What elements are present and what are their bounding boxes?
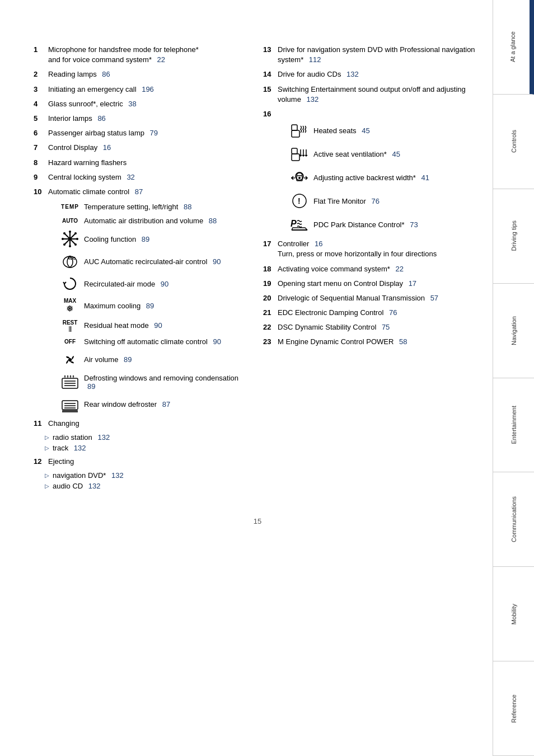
sidebar-label: Driving tips [510, 216, 517, 255]
list-item-20: 20 Drivelogic of Sequential Manual Trans… [263, 293, 476, 303]
heated-seat-icon [285, 121, 313, 139]
svg-point-7 [76, 238, 78, 240]
rest-text: Residual heat mode 90 [84, 321, 246, 330]
sidebar: At a glance Controls Driving tips Naviga… [493, 0, 534, 756]
item-text: Controller 16 Turn, press or move horizo… [278, 239, 476, 259]
pdc-text: PDC Park Distance Control* 73 [313, 220, 476, 229]
item-number: 10 [34, 187, 45, 197]
climate-rest-row: REST ||| Residual heat mode 90 [56, 320, 246, 332]
rear-defroster-icon [56, 396, 84, 413]
svg-point-10 [63, 243, 65, 246]
item-text: Interior lamps 86 [48, 114, 246, 124]
sidebar-item-controls[interactable]: Controls [493, 95, 534, 189]
item-number: 14 [263, 69, 274, 79]
page-ref: 86 [102, 70, 110, 78]
active-backrest-row: Adjusting active backrest width* 41 [285, 168, 476, 186]
item-number: 7 [34, 143, 45, 153]
item-number: 9 [34, 172, 45, 182]
arrow-icon: ▷ [45, 445, 49, 451]
item-number: 5 [34, 114, 45, 124]
sub-item-text: audio CD 132 [53, 482, 101, 490]
list-item-19: 19 Opening start menu on Control Display… [263, 279, 476, 289]
svg-point-4 [69, 231, 71, 233]
svg-point-9 [74, 232, 77, 234]
sidebar-item-at-a-glance[interactable]: At a glance [493, 0, 534, 95]
item-text: Control Display 16 [48, 143, 246, 153]
off-icon: OFF [56, 339, 84, 345]
climate-rear-defroster-row: Rear window defroster 87 [56, 396, 246, 413]
climate-temp-text: Temperature setting, left/right 88 [84, 203, 246, 211]
sub-item-nav-dvd: ▷ navigation DVD* 132 [45, 471, 246, 480]
defrost-icon [56, 374, 84, 391]
list-item-18: 18 Activating voice command system* 22 [263, 264, 476, 274]
asterisk: * [149, 55, 152, 64]
climate-cooling-row: Cooling function 89 [56, 231, 246, 247]
climate-recirc-row: Recirculated-air mode 90 [56, 275, 246, 292]
pdc-icon: P [285, 215, 313, 233]
sub-item-audio-cd: ▷ audio CD 132 [45, 482, 246, 490]
sidebar-item-reference[interactable]: Reference [493, 661, 534, 756]
svg-rect-26 [292, 130, 299, 137]
list-item-8: 8 Hazard warning flashers [34, 158, 246, 168]
list-item-12: 12 Ejecting [34, 457, 246, 467]
list-item-2: 2 Reading lamps 86 [34, 69, 246, 79]
item-number: 19 [263, 279, 274, 289]
flat-tire-text: Flat Tire Monitor 76 [313, 197, 476, 205]
sidebar-item-driving-tips[interactable]: Driving tips [493, 189, 534, 284]
sub-list-11: ▷ radio station 132 ▷ track 132 [45, 433, 246, 452]
temp-icon: TEMP [56, 204, 84, 210]
page-ref: 22 [157, 55, 165, 64]
climate-auto-text: Automatic air distribution and volume 88 [84, 217, 246, 225]
svg-point-15 [68, 358, 72, 361]
item-text: Ejecting [48, 457, 246, 467]
sidebar-label: Mobility [510, 599, 517, 629]
pdc-row: P PDC Park Distance Contro [285, 215, 476, 233]
auc-text: AUC Automatic recirculated-air control 9… [84, 257, 246, 266]
climate-off-row: OFF Switching off automatic climate cont… [56, 337, 246, 346]
item-text: Opening start menu on Control Display 17 [278, 279, 476, 289]
page-ref: 32 [127, 173, 134, 181]
item-number: 8 [34, 158, 45, 168]
list-item-16: 16 [263, 109, 476, 119]
rest-icon: REST ||| [56, 320, 84, 332]
item-number: 18 [263, 264, 274, 274]
flat-tire-row: ! Flat Tire Monitor 76 [285, 192, 476, 210]
sidebar-item-entertainment[interactable]: Entertainment [493, 378, 534, 473]
seat-ventilation-row: Active seat ventilation* 45 [285, 145, 476, 163]
item-number: 17 [263, 239, 274, 259]
item-text: Drive for audio CDs 132 [278, 69, 476, 79]
heated-seats-text: Heated seats 45 [313, 126, 476, 135]
item-number: 6 [34, 128, 45, 138]
defrost-text: Defrosting windows and removing condensa… [84, 374, 246, 391]
sidebar-label: Reference [510, 690, 517, 727]
item-text: Microphone for handsfree mode for teleph… [48, 45, 246, 65]
climate-auto-row: AUTO Automatic air distribution and volu… [56, 217, 246, 225]
item-text: Activating voice command system* 22 [278, 264, 476, 274]
heated-seats-row: Heated seats 45 [285, 121, 476, 139]
sidebar-item-navigation[interactable]: Navigation [493, 284, 534, 378]
list-item-21: 21 EDC Electronic Damping Control 76 [263, 308, 476, 318]
item-number: 4 [34, 99, 45, 109]
sidebar-label: At a glance [509, 27, 516, 67]
list-item-3: 3 Initiating an emergency call 196 [34, 84, 246, 95]
sidebar-item-communications[interactable]: Communications [493, 472, 534, 567]
list-item-15: 15 Switching Entertainment sound output … [263, 84, 476, 105]
sub-item-text: navigation DVD* 132 [53, 471, 124, 480]
sidebar-item-mobility[interactable]: Mobility [493, 567, 534, 661]
svg-point-32 [298, 177, 301, 179]
climate-auc-row: AUC AUC Automatic recirculated-air contr… [56, 253, 246, 270]
svg-text:AUC: AUC [67, 256, 76, 260]
list-item-4: 4 Glass sunroof*, electric 38 [34, 99, 246, 109]
item-text: M Engine Dynamic Control POWER 58 [278, 337, 476, 347]
arrow-icon: ▷ [45, 434, 49, 440]
recirculate-icon [56, 275, 84, 292]
item-text: Automatic climate control 87 [48, 187, 246, 197]
list-item-13: 13 Drive for navigation system DVD with … [263, 45, 476, 65]
item-text: Glass sunroof*, electric 38 [48, 99, 246, 109]
sub-item-text: radio station 132 [53, 433, 110, 442]
item-number: 13 [263, 45, 274, 65]
svg-rect-27 [292, 125, 297, 130]
list-item-11: 11 Changing [34, 419, 246, 429]
climate-airvolume-row: Air volume 89 [56, 351, 246, 368]
item-text: DSC Dynamic Stability Control 75 [278, 322, 476, 332]
